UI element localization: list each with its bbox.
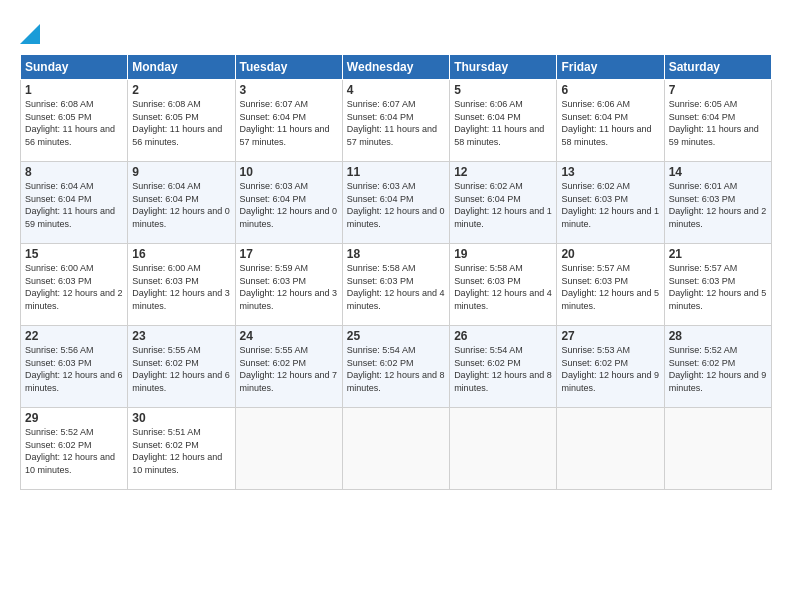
calendar-cell: 6Sunrise: 6:06 AMSunset: 6:04 PMDaylight…	[557, 80, 664, 162]
calendar-cell: 18Sunrise: 5:58 AMSunset: 6:03 PMDayligh…	[342, 244, 449, 326]
day-number: 27	[561, 329, 659, 343]
day-number: 19	[454, 247, 552, 261]
day-number: 10	[240, 165, 338, 179]
calendar-cell: 9Sunrise: 6:04 AMSunset: 6:04 PMDaylight…	[128, 162, 235, 244]
day-info: Sunrise: 5:55 AMSunset: 6:02 PMDaylight:…	[132, 345, 230, 393]
calendar-cell: 25Sunrise: 5:54 AMSunset: 6:02 PMDayligh…	[342, 326, 449, 408]
calendar-cell	[664, 408, 771, 490]
day-header-thursday: Thursday	[450, 55, 557, 80]
calendar-cell: 13Sunrise: 6:02 AMSunset: 6:03 PMDayligh…	[557, 162, 664, 244]
day-number: 20	[561, 247, 659, 261]
logo	[20, 16, 40, 44]
day-number: 15	[25, 247, 123, 261]
day-info: Sunrise: 5:58 AMSunset: 6:03 PMDaylight:…	[454, 263, 552, 311]
day-number: 25	[347, 329, 445, 343]
day-number: 28	[669, 329, 767, 343]
day-number: 9	[132, 165, 230, 179]
calendar-cell: 16Sunrise: 6:00 AMSunset: 6:03 PMDayligh…	[128, 244, 235, 326]
day-info: Sunrise: 5:55 AMSunset: 6:02 PMDaylight:…	[240, 345, 338, 393]
calendar-cell	[557, 408, 664, 490]
day-number: 24	[240, 329, 338, 343]
day-info: Sunrise: 5:52 AMSunset: 6:02 PMDaylight:…	[669, 345, 767, 393]
week-row-1: 1Sunrise: 6:08 AMSunset: 6:05 PMDaylight…	[21, 80, 772, 162]
day-number: 2	[132, 83, 230, 97]
day-info: Sunrise: 6:05 AMSunset: 6:04 PMDaylight:…	[669, 99, 759, 147]
calendar-cell	[450, 408, 557, 490]
day-number: 4	[347, 83, 445, 97]
day-number: 3	[240, 83, 338, 97]
calendar-cell	[342, 408, 449, 490]
day-info: Sunrise: 6:00 AMSunset: 6:03 PMDaylight:…	[25, 263, 123, 311]
calendar-cell: 4Sunrise: 6:07 AMSunset: 6:04 PMDaylight…	[342, 80, 449, 162]
day-info: Sunrise: 5:57 AMSunset: 6:03 PMDaylight:…	[561, 263, 659, 311]
day-info: Sunrise: 5:54 AMSunset: 6:02 PMDaylight:…	[454, 345, 552, 393]
day-number: 11	[347, 165, 445, 179]
day-number: 30	[132, 411, 230, 425]
day-number: 8	[25, 165, 123, 179]
calendar-cell: 10Sunrise: 6:03 AMSunset: 6:04 PMDayligh…	[235, 162, 342, 244]
calendar-cell: 5Sunrise: 6:06 AMSunset: 6:04 PMDaylight…	[450, 80, 557, 162]
calendar-cell: 22Sunrise: 5:56 AMSunset: 6:03 PMDayligh…	[21, 326, 128, 408]
day-header-sunday: Sunday	[21, 55, 128, 80]
calendar-cell: 27Sunrise: 5:53 AMSunset: 6:02 PMDayligh…	[557, 326, 664, 408]
calendar-cell: 11Sunrise: 6:03 AMSunset: 6:04 PMDayligh…	[342, 162, 449, 244]
calendar-cell	[235, 408, 342, 490]
day-number: 7	[669, 83, 767, 97]
day-info: Sunrise: 6:00 AMSunset: 6:03 PMDaylight:…	[132, 263, 230, 311]
calendar-table: SundayMondayTuesdayWednesdayThursdayFrid…	[20, 54, 772, 490]
calendar-cell: 15Sunrise: 6:00 AMSunset: 6:03 PMDayligh…	[21, 244, 128, 326]
day-info: Sunrise: 6:08 AMSunset: 6:05 PMDaylight:…	[25, 99, 115, 147]
day-info: Sunrise: 5:59 AMSunset: 6:03 PMDaylight:…	[240, 263, 338, 311]
calendar-cell: 30Sunrise: 5:51 AMSunset: 6:02 PMDayligh…	[128, 408, 235, 490]
logo-arrow-icon	[20, 16, 40, 44]
day-info: Sunrise: 5:51 AMSunset: 6:02 PMDaylight:…	[132, 427, 222, 475]
calendar-cell: 8Sunrise: 6:04 AMSunset: 6:04 PMDaylight…	[21, 162, 128, 244]
day-info: Sunrise: 6:04 AMSunset: 6:04 PMDaylight:…	[132, 181, 230, 229]
day-number: 14	[669, 165, 767, 179]
day-header-tuesday: Tuesday	[235, 55, 342, 80]
calendar-cell: 3Sunrise: 6:07 AMSunset: 6:04 PMDaylight…	[235, 80, 342, 162]
day-number: 23	[132, 329, 230, 343]
page: SundayMondayTuesdayWednesdayThursdayFrid…	[0, 0, 792, 500]
header	[20, 16, 772, 44]
day-number: 18	[347, 247, 445, 261]
day-info: Sunrise: 5:58 AMSunset: 6:03 PMDaylight:…	[347, 263, 445, 311]
day-number: 13	[561, 165, 659, 179]
day-number: 17	[240, 247, 338, 261]
day-info: Sunrise: 6:06 AMSunset: 6:04 PMDaylight:…	[561, 99, 651, 147]
day-info: Sunrise: 5:57 AMSunset: 6:03 PMDaylight:…	[669, 263, 767, 311]
calendar-cell: 7Sunrise: 6:05 AMSunset: 6:04 PMDaylight…	[664, 80, 771, 162]
day-number: 22	[25, 329, 123, 343]
day-info: Sunrise: 5:54 AMSunset: 6:02 PMDaylight:…	[347, 345, 445, 393]
calendar-cell: 17Sunrise: 5:59 AMSunset: 6:03 PMDayligh…	[235, 244, 342, 326]
day-header-saturday: Saturday	[664, 55, 771, 80]
week-row-3: 15Sunrise: 6:00 AMSunset: 6:03 PMDayligh…	[21, 244, 772, 326]
week-row-2: 8Sunrise: 6:04 AMSunset: 6:04 PMDaylight…	[21, 162, 772, 244]
day-info: Sunrise: 6:03 AMSunset: 6:04 PMDaylight:…	[240, 181, 338, 229]
day-number: 16	[132, 247, 230, 261]
calendar-cell: 2Sunrise: 6:08 AMSunset: 6:05 PMDaylight…	[128, 80, 235, 162]
day-number: 26	[454, 329, 552, 343]
day-info: Sunrise: 6:06 AMSunset: 6:04 PMDaylight:…	[454, 99, 544, 147]
day-info: Sunrise: 6:08 AMSunset: 6:05 PMDaylight:…	[132, 99, 222, 147]
day-number: 1	[25, 83, 123, 97]
calendar-cell: 26Sunrise: 5:54 AMSunset: 6:02 PMDayligh…	[450, 326, 557, 408]
day-header-wednesday: Wednesday	[342, 55, 449, 80]
calendar-cell: 24Sunrise: 5:55 AMSunset: 6:02 PMDayligh…	[235, 326, 342, 408]
calendar-cell: 29Sunrise: 5:52 AMSunset: 6:02 PMDayligh…	[21, 408, 128, 490]
day-number: 21	[669, 247, 767, 261]
svg-marker-0	[20, 24, 40, 44]
day-info: Sunrise: 6:01 AMSunset: 6:03 PMDaylight:…	[669, 181, 767, 229]
calendar-cell: 28Sunrise: 5:52 AMSunset: 6:02 PMDayligh…	[664, 326, 771, 408]
day-info: Sunrise: 5:56 AMSunset: 6:03 PMDaylight:…	[25, 345, 123, 393]
calendar-header-row: SundayMondayTuesdayWednesdayThursdayFrid…	[21, 55, 772, 80]
day-info: Sunrise: 6:02 AMSunset: 6:03 PMDaylight:…	[561, 181, 659, 229]
day-number: 29	[25, 411, 123, 425]
day-number: 5	[454, 83, 552, 97]
calendar-cell: 19Sunrise: 5:58 AMSunset: 6:03 PMDayligh…	[450, 244, 557, 326]
calendar-cell: 20Sunrise: 5:57 AMSunset: 6:03 PMDayligh…	[557, 244, 664, 326]
day-info: Sunrise: 6:03 AMSunset: 6:04 PMDaylight:…	[347, 181, 445, 229]
day-header-monday: Monday	[128, 55, 235, 80]
day-info: Sunrise: 6:02 AMSunset: 6:04 PMDaylight:…	[454, 181, 552, 229]
day-info: Sunrise: 5:53 AMSunset: 6:02 PMDaylight:…	[561, 345, 659, 393]
